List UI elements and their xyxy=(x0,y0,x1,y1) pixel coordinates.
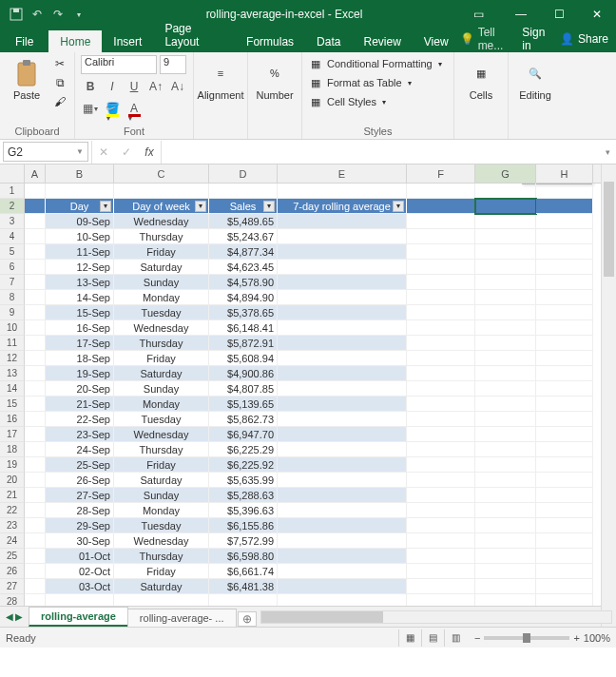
cell[interactable]: 22-Sep xyxy=(46,412,114,427)
cell[interactable]: Saturday xyxy=(114,579,209,594)
cell[interactable] xyxy=(25,457,46,473)
select-all-corner[interactable] xyxy=(0,164,25,183)
cell[interactable]: Tuesday xyxy=(114,305,209,320)
cell[interactable]: $5,288.63 xyxy=(209,488,278,503)
cell[interactable] xyxy=(407,305,475,320)
cell[interactable] xyxy=(536,381,593,397)
cell[interactable]: 18-Sep xyxy=(46,351,114,366)
cell[interactable] xyxy=(475,427,536,442)
cell[interactable] xyxy=(407,290,475,305)
cell[interactable] xyxy=(278,366,407,381)
cell[interactable] xyxy=(536,503,593,518)
cell[interactable] xyxy=(278,457,407,473)
enter-formula-icon[interactable]: ✓ xyxy=(115,141,138,164)
cell[interactable] xyxy=(407,275,475,290)
minimize-button[interactable]: — xyxy=(502,0,540,29)
cell[interactable] xyxy=(475,214,536,229)
filter-dropdown-icon[interactable]: ▾ xyxy=(393,201,404,212)
cell[interactable] xyxy=(407,473,475,488)
tab-view[interactable]: View xyxy=(413,30,460,52)
row-header[interactable]: 28 xyxy=(0,594,25,606)
cell[interactable] xyxy=(475,260,536,275)
row-header[interactable]: 9 xyxy=(0,305,25,320)
cell[interactable]: 20-Sep xyxy=(46,381,114,397)
column-header[interactable]: G xyxy=(475,164,536,183)
row-header[interactable]: 23 xyxy=(0,518,25,533)
cell[interactable]: Saturday xyxy=(114,366,209,381)
row-header[interactable]: 24 xyxy=(0,533,25,549)
cell[interactable]: Day of week▾ xyxy=(114,199,209,214)
cell[interactable]: 7-day rolling average▾ xyxy=(278,199,407,214)
cell[interactable] xyxy=(407,381,475,397)
cell[interactable]: 12-Sep xyxy=(46,260,114,275)
cell[interactable] xyxy=(536,244,593,260)
cell[interactable] xyxy=(475,564,536,579)
add-sheet-button[interactable]: ⊕ xyxy=(238,611,257,627)
zoom-out-button[interactable]: − xyxy=(474,632,480,644)
cell[interactable] xyxy=(475,381,536,397)
cell[interactable]: 16-Sep xyxy=(46,320,114,336)
row-header[interactable]: 21 xyxy=(0,488,25,503)
cell[interactable]: Thursday xyxy=(114,336,209,351)
cell[interactable] xyxy=(536,199,593,214)
cell[interactable] xyxy=(25,427,46,442)
cell[interactable] xyxy=(536,488,593,503)
filter-dropdown-icon[interactable]: ▾ xyxy=(195,201,206,212)
page-layout-view-icon[interactable]: ▤ xyxy=(421,629,444,647)
cell[interactable]: $4,623.45 xyxy=(209,260,278,275)
cell[interactable] xyxy=(536,427,593,442)
cell[interactable] xyxy=(278,381,407,397)
cell[interactable] xyxy=(475,533,536,549)
cell[interactable]: $5,635.99 xyxy=(209,473,278,488)
tab-review[interactable]: Review xyxy=(352,30,412,52)
cell[interactable] xyxy=(25,320,46,336)
format-painter-icon[interactable]: 🖌 xyxy=(51,93,68,110)
cell[interactable]: Sales▾ xyxy=(209,199,278,214)
cell[interactable] xyxy=(46,184,114,199)
cell[interactable] xyxy=(278,305,407,320)
cell[interactable]: $4,578.90 xyxy=(209,275,278,290)
cell[interactable]: $5,862.73 xyxy=(209,412,278,427)
cell[interactable]: $5,489.65 xyxy=(209,214,278,229)
cell[interactable] xyxy=(536,275,593,290)
increase-font-icon[interactable]: A↑ xyxy=(146,77,165,96)
row-header[interactable]: 14 xyxy=(0,381,25,397)
cell[interactable]: 11-Sep xyxy=(46,244,114,260)
column-header[interactable]: H xyxy=(536,164,593,183)
cell[interactable] xyxy=(278,244,407,260)
cell[interactable] xyxy=(407,579,475,594)
row-header[interactable]: 2 xyxy=(0,199,25,214)
cell[interactable] xyxy=(475,457,536,473)
cell[interactable] xyxy=(278,518,407,533)
sheet-tab-active[interactable]: rolling-average xyxy=(29,607,128,627)
cell[interactable]: $4,807.85 xyxy=(209,381,278,397)
cell[interactable]: 02-Oct xyxy=(46,564,114,579)
cell[interactable] xyxy=(407,503,475,518)
cell[interactable]: 03-Oct xyxy=(46,579,114,594)
cell[interactable]: 24-Sep xyxy=(46,442,114,457)
cell[interactable] xyxy=(278,579,407,594)
copy-icon[interactable]: ⧉ xyxy=(51,74,68,91)
cell[interactable]: Wednesday xyxy=(114,533,209,549)
cell[interactable]: Friday xyxy=(114,351,209,366)
cell[interactable]: Tuesday xyxy=(114,518,209,533)
cell[interactable] xyxy=(536,473,593,488)
cell[interactable] xyxy=(536,457,593,473)
cell[interactable] xyxy=(25,473,46,488)
row-header[interactable]: 27 xyxy=(0,579,25,594)
cell[interactable] xyxy=(407,260,475,275)
cell[interactable] xyxy=(407,594,475,606)
cell[interactable] xyxy=(536,351,593,366)
expand-formula-bar-icon[interactable]: ▾ xyxy=(599,147,616,157)
row-header[interactable]: 17 xyxy=(0,427,25,442)
cell[interactable]: 25-Sep xyxy=(46,457,114,473)
column-header[interactable]: E xyxy=(278,164,407,183)
cell[interactable] xyxy=(407,336,475,351)
cell[interactable]: Sunday xyxy=(114,275,209,290)
cell[interactable] xyxy=(536,320,593,336)
italic-button[interactable]: I xyxy=(103,77,122,96)
cell[interactable] xyxy=(25,412,46,427)
cell[interactable]: Wednesday xyxy=(114,214,209,229)
cell[interactable] xyxy=(536,260,593,275)
row-header[interactable]: 1 xyxy=(0,184,25,199)
